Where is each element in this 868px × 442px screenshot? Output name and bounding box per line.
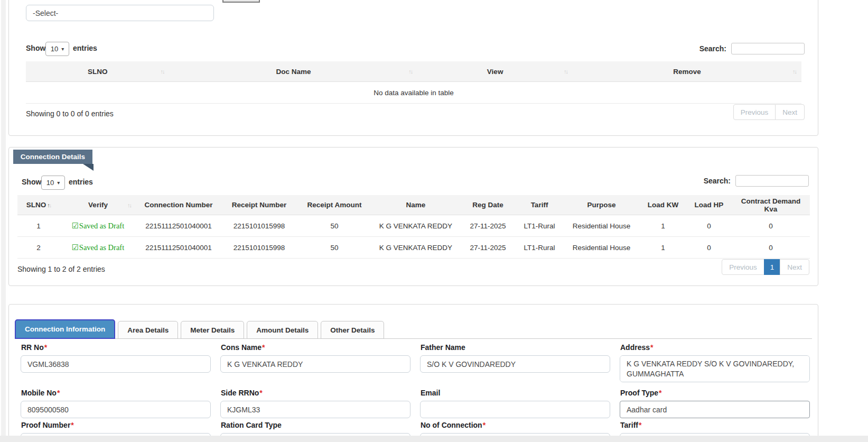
- docs-col-remove[interactable]: Remove ↑↓: [573, 61, 801, 82]
- ribbon-fold: [83, 164, 94, 171]
- mobile-no-input[interactable]: [21, 401, 211, 418]
- rr-no-input[interactable]: [21, 355, 211, 373]
- cell-reg-date: 27-11-2025: [460, 237, 516, 259]
- conn-search: Search:: [650, 175, 809, 188]
- cell-connection-number: 22151112501040001: [136, 215, 221, 237]
- previous-button[interactable]: Previous: [722, 259, 764, 275]
- chevron-down-icon: ▾: [61, 46, 64, 52]
- search-label: Search:: [699, 44, 726, 53]
- search-label: Search:: [704, 177, 731, 185]
- clipped-top-button[interactable]: [222, 0, 260, 3]
- cell-name: K G VENKATA REDDY: [371, 215, 460, 237]
- connection-information-form: RR No* Cons Name* Father Name Address* K…: [21, 343, 810, 442]
- next-button[interactable]: Next: [775, 104, 805, 120]
- docs-col-docname[interactable]: Doc Name ↑↓: [170, 61, 418, 82]
- conn-col-tariff[interactable]: Tariff: [516, 195, 563, 215]
- connection-information-panel: Connection Information Area Details Mete…: [8, 304, 818, 442]
- address-textarea[interactable]: K G VENKATA REDDY S/O K V GOVINDAREDDY, …: [620, 355, 810, 382]
- docs-show-entries: Show 10 ▾ entries: [26, 42, 184, 56]
- docs-page-size-select[interactable]: 10 ▾: [45, 42, 69, 56]
- documents-panel: Show 10 ▾ entries Search: SLNO ↑↓ Doc Na…: [8, 0, 818, 136]
- required-marker: *: [483, 421, 486, 429]
- next-button[interactable]: Next: [780, 259, 809, 275]
- checked-checkbox-icon: ☑: [72, 222, 79, 230]
- cell-reg-date: 27-11-2025: [460, 215, 516, 237]
- cell-load-hp: 0: [686, 215, 732, 237]
- page-1-button[interactable]: 1: [764, 259, 781, 275]
- conn-col-verify[interactable]: Verify ↑↓: [60, 195, 136, 215]
- cell-receipt-number: 2215101015998: [221, 215, 297, 237]
- cell-connection-number: 22151112501040001: [136, 237, 221, 259]
- tab-amount-details[interactable]: Amount Details: [247, 321, 318, 339]
- cell-contract-demand: 0: [732, 237, 810, 259]
- connection-table: SLNO↑↓ Verify ↑↓ Connection Number Recei…: [17, 195, 810, 259]
- field-mobile-no: Mobile No*: [21, 389, 211, 418]
- proof-type-select[interactable]: [620, 401, 810, 418]
- docs-table-info: Showing 0 to 0 of 0 entries: [26, 109, 114, 118]
- previous-button[interactable]: Previous: [733, 104, 776, 120]
- tab-area-details[interactable]: Area Details: [118, 321, 178, 339]
- cell-load-hp: 0: [686, 237, 732, 259]
- cell-receipt-amount: 50: [297, 237, 371, 259]
- tab-meter-details[interactable]: Meter Details: [181, 321, 244, 339]
- conn-col-connection-number[interactable]: Connection Number: [136, 195, 221, 215]
- field-father-name: Father Name: [420, 343, 610, 373]
- required-marker: *: [71, 421, 73, 429]
- cell-slno: 1: [17, 215, 60, 237]
- chevron-down-icon: ▾: [57, 180, 60, 186]
- conn-col-receipt-number[interactable]: Receipt Number: [221, 195, 297, 215]
- field-cons-name: Cons Name*: [220, 343, 410, 373]
- show-label: Show: [22, 178, 41, 186]
- conn-col-purpose[interactable]: Purpose: [563, 195, 640, 215]
- sort-icon: ↑↓: [564, 68, 567, 75]
- doc-type-select[interactable]: [26, 5, 214, 21]
- conn-search-input[interactable]: [735, 175, 809, 187]
- sort-icon: ↑↓: [161, 68, 164, 75]
- required-marker: *: [57, 389, 60, 397]
- cons-name-input[interactable]: [220, 355, 410, 373]
- checked-checkbox-icon: ☑: [72, 243, 79, 252]
- required-marker: *: [639, 421, 641, 429]
- required-marker: *: [44, 343, 47, 352]
- field-rr-no: RR No*: [21, 343, 211, 373]
- conn-show-entries: Show 10 ▾ entries: [22, 176, 180, 189]
- sort-icon: ↑↓: [792, 68, 796, 75]
- sort-icon: ↑↓: [127, 202, 131, 208]
- tab-other-details[interactable]: Other Details: [321, 321, 384, 339]
- entries-label: entries: [73, 44, 97, 52]
- docs-pagination: Previous Next: [733, 104, 805, 120]
- cell-verify[interactable]: ☑Saved as Draft: [60, 215, 136, 237]
- cell-verify[interactable]: ☑Saved as Draft: [60, 237, 136, 259]
- docs-search: Search:: [646, 43, 805, 56]
- conn-page-size-select[interactable]: 10 ▾: [41, 176, 65, 190]
- field-side-rrno: Side RRNo*: [220, 389, 410, 418]
- docs-search-input[interactable]: [731, 43, 805, 54]
- conn-col-load-hp[interactable]: Load HP: [686, 195, 732, 215]
- cell-load-kw: 1: [640, 215, 686, 237]
- father-name-input[interactable]: [420, 355, 610, 373]
- docs-col-slno[interactable]: SLNO ↑↓: [26, 61, 170, 82]
- docs-col-view[interactable]: View ↑↓: [417, 61, 573, 82]
- conn-col-receipt-amount[interactable]: Receipt Amount: [297, 195, 371, 215]
- field-email: Email: [420, 389, 610, 418]
- side-rrno-input[interactable]: [220, 401, 410, 418]
- conn-col-reg-date[interactable]: Reg Date: [460, 195, 516, 215]
- table-row: 2 ☑Saved as Draft 22151112501040001 2215…: [17, 237, 810, 259]
- conn-pagination: Previous 1 Next: [722, 259, 809, 275]
- form-tabs: Connection Information Area Details Mete…: [15, 319, 812, 339]
- required-marker: *: [650, 343, 653, 352]
- required-marker: *: [262, 343, 265, 352]
- tab-connection-information[interactable]: Connection Information: [15, 319, 115, 339]
- connection-details-title: Connection Details: [13, 150, 92, 164]
- conn-col-load-kw[interactable]: Load KW: [640, 195, 686, 215]
- conn-col-contract-demand[interactable]: Contract Demand Kva: [732, 195, 810, 215]
- sort-icon: ↑↓: [47, 202, 51, 208]
- cell-load-kw: 1: [640, 237, 686, 259]
- cell-tariff: LT1-Rural: [516, 237, 563, 259]
- email-input[interactable]: [420, 401, 610, 418]
- show-label: Show: [26, 44, 45, 52]
- cell-purpose: Residential House: [563, 215, 640, 237]
- conn-col-slno[interactable]: SLNO↑↓: [17, 195, 60, 215]
- conn-table-info: Showing 1 to 2 of 2 entries: [17, 265, 105, 273]
- conn-col-name[interactable]: Name: [371, 195, 460, 215]
